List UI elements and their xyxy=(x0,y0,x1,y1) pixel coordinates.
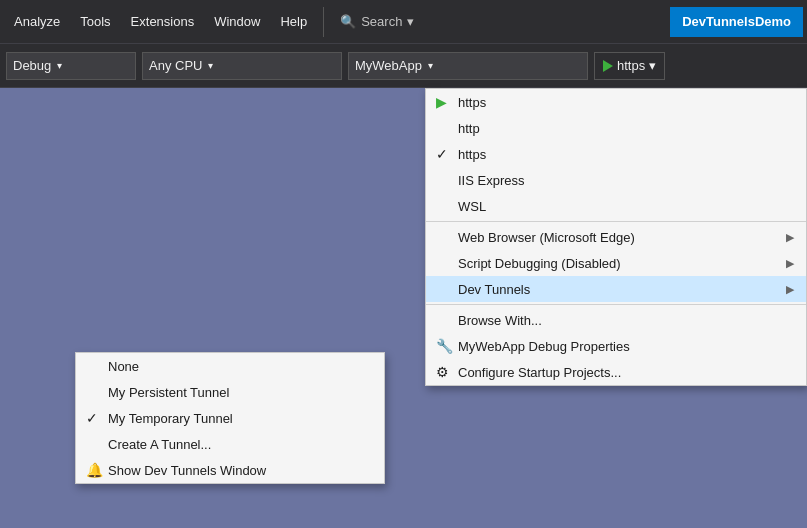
menu-item-script-debug-label: Script Debugging (Disabled) xyxy=(458,256,621,271)
app-dropdown[interactable]: MyWebApp ▾ xyxy=(348,52,588,80)
menu-analyze[interactable]: Analyze xyxy=(4,0,70,44)
submenu-arrow-icon: ▶ xyxy=(786,231,794,244)
sub-menu-persistent-label: My Persistent Tunnel xyxy=(108,385,229,400)
sub-menu-item-persistent[interactable]: My Persistent Tunnel xyxy=(76,379,384,405)
menu-item-https-run[interactable]: ▶ https xyxy=(426,89,806,115)
menu-item-debug-props[interactable]: 🔧 MyWebApp Debug Properties xyxy=(426,333,806,359)
primary-dropdown-menu: ▶ https http ✓ https IIS Express WSL Web… xyxy=(425,88,807,386)
toolbar: Debug ▾ Any CPU ▾ MyWebApp ▾ https ▾ xyxy=(0,44,807,88)
sub-menu-item-create[interactable]: Create A Tunnel... xyxy=(76,431,384,457)
play-icon: ▶ xyxy=(436,94,447,110)
run-arrow-icon: ▾ xyxy=(649,58,656,73)
debug-label: Debug xyxy=(13,58,51,73)
dev-tunnels-submenu: None My Persistent Tunnel ✓ My Temporary… xyxy=(75,352,385,484)
menu-item-http-label: http xyxy=(458,121,480,136)
menu-item-iis[interactable]: IIS Express xyxy=(426,167,806,193)
menu-item-wsl[interactable]: WSL xyxy=(426,193,806,219)
menu-bar: Analyze Tools Extensions Window Help 🔍 S… xyxy=(0,0,807,44)
run-button[interactable]: https ▾ xyxy=(594,52,665,80)
check-icon: ✓ xyxy=(436,146,448,162)
menu-window[interactable]: Window xyxy=(204,0,270,44)
app-arrow-icon: ▾ xyxy=(428,60,433,71)
menu-item-https-checked-label: https xyxy=(458,147,486,162)
gear-icon: ⚙ xyxy=(436,364,449,380)
sub-menu-item-temporary[interactable]: ✓ My Temporary Tunnel xyxy=(76,405,384,431)
wrench-icon: 🔧 xyxy=(436,338,453,354)
menu-item-browse-with[interactable]: Browse With... xyxy=(426,307,806,333)
search-chevron-icon: ▾ xyxy=(407,14,414,29)
sub-menu-create-label: Create A Tunnel... xyxy=(108,437,211,452)
cpu-dropdown[interactable]: Any CPU ▾ xyxy=(142,52,342,80)
cpu-label: Any CPU xyxy=(149,58,202,73)
menu-extensions[interactable]: Extensions xyxy=(121,0,205,44)
menu-item-browser-label: Web Browser (Microsoft Edge) xyxy=(458,230,635,245)
sub-menu-item-none[interactable]: None xyxy=(76,353,384,379)
check-icon: ✓ xyxy=(86,410,98,426)
menu-help[interactable]: Help xyxy=(270,0,317,44)
bell-icon: 🔔 xyxy=(86,462,103,478)
search-button[interactable]: 🔍 Search ▾ xyxy=(330,10,424,33)
menu-item-dev-tunnels[interactable]: Dev Tunnels ▶ xyxy=(426,276,806,302)
menu-divider xyxy=(323,7,324,37)
menu-item-configure-startup-label: Configure Startup Projects... xyxy=(458,365,621,380)
menu-tools[interactable]: Tools xyxy=(70,0,120,44)
submenu-arrow-icon: ▶ xyxy=(786,283,794,296)
main-area: ▶ https http ✓ https IIS Express WSL Web… xyxy=(0,88,807,528)
search-icon: 🔍 xyxy=(340,14,356,29)
dev-tunnels-project-button[interactable]: DevTunnelsDemo xyxy=(670,7,803,37)
sub-menu-none-label: None xyxy=(108,359,139,374)
menu-item-iis-label: IIS Express xyxy=(458,173,524,188)
menu-item-debug-props-label: MyWebApp Debug Properties xyxy=(458,339,630,354)
submenu-arrow-icon: ▶ xyxy=(786,257,794,270)
play-icon xyxy=(603,60,613,72)
menu-item-http[interactable]: http xyxy=(426,115,806,141)
app-label: MyWebApp xyxy=(355,58,422,73)
menu-item-browse-with-label: Browse With... xyxy=(458,313,542,328)
menu-item-dev-tunnels-label: Dev Tunnels xyxy=(458,282,530,297)
menu-item-https-run-label: https xyxy=(458,95,486,110)
sub-menu-show-window-label: Show Dev Tunnels Window xyxy=(108,463,266,478)
separator-1 xyxy=(426,221,806,222)
sub-menu-temporary-label: My Temporary Tunnel xyxy=(108,411,233,426)
menu-item-configure-startup[interactable]: ⚙ Configure Startup Projects... xyxy=(426,359,806,385)
menu-item-script-debug[interactable]: Script Debugging (Disabled) ▶ xyxy=(426,250,806,276)
search-label: Search xyxy=(361,14,402,29)
menu-item-wsl-label: WSL xyxy=(458,199,486,214)
debug-dropdown[interactable]: Debug ▾ xyxy=(6,52,136,80)
sub-menu-item-show-window[interactable]: 🔔 Show Dev Tunnels Window xyxy=(76,457,384,483)
menu-item-https-checked[interactable]: ✓ https xyxy=(426,141,806,167)
cpu-arrow-icon: ▾ xyxy=(208,60,213,71)
menu-item-browser[interactable]: Web Browser (Microsoft Edge) ▶ xyxy=(426,224,806,250)
debug-arrow-icon: ▾ xyxy=(57,60,62,71)
separator-2 xyxy=(426,304,806,305)
run-label: https xyxy=(617,58,645,73)
